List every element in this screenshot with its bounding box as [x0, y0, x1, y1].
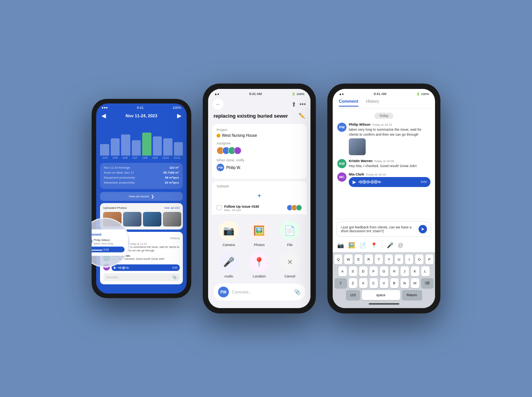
left-attachment-icon[interactable]: 📎 [172, 275, 177, 279]
key-j[interactable]: J [401, 266, 409, 276]
mid-comment-placeholder[interactable]: Comment... [232, 290, 291, 294]
key-space[interactable]: space [362, 290, 400, 300]
mid-nav: ← ⬆ ••• [208, 97, 310, 111]
right-audio-message: ▶ [349, 177, 430, 187]
project-value: West Nursing House [217, 133, 302, 138]
key-n[interactable]: N [401, 278, 409, 288]
key-q[interactable]: Q [334, 254, 342, 264]
back-button[interactable]: ← [213, 99, 223, 110]
subtask-checkbox-1[interactable] [217, 205, 222, 210]
key-w[interactable]: W [344, 254, 352, 264]
action-location[interactable]: 📍 Location [249, 252, 269, 278]
add-subtask-button[interactable]: + [257, 192, 261, 200]
key-l[interactable]: L [421, 266, 430, 276]
right-audio-duration: 3:03 [420, 180, 427, 184]
bar-chart [96, 121, 187, 156]
key-z[interactable]: Z [349, 278, 357, 288]
nav-right-btn[interactable]: ▶ [177, 113, 181, 119]
key-123[interactable]: 123 [346, 290, 360, 300]
key-b[interactable]: B [390, 278, 399, 288]
input-image-icon[interactable]: 🖼️ [348, 242, 355, 248]
key-a[interactable]: A [338, 266, 347, 276]
key-v[interactable]: V [380, 278, 388, 288]
input-file-icon[interactable]: 📄 [360, 242, 366, 248]
file-icon: 📄 [284, 225, 296, 236]
key-c[interactable]: C [369, 278, 378, 288]
key-r[interactable]: R [365, 254, 373, 264]
key-e[interactable]: E [355, 254, 363, 264]
action-camera[interactable]: 📷 Camera [219, 221, 239, 247]
notify-field: When done, notify PW Philip W. [217, 158, 302, 171]
key-k[interactable]: K [411, 266, 419, 276]
action-sheet: 📷 Camera 🖼️ Photos 📄 Fil [208, 215, 310, 308]
share-icon[interactable]: ⬆ [291, 101, 296, 108]
left-phone: ●●● 9:41 100% ◀ Nov 11-24, 2023 ▶ 11/411… [92, 99, 191, 298]
assignee-avatars [217, 147, 302, 154]
project-field: Project West Nursing House [217, 128, 302, 138]
input-location-icon[interactable]: 📍 [371, 242, 377, 248]
key-x[interactable]: X [359, 278, 368, 288]
key-d[interactable]: D [359, 266, 368, 276]
audio-play-icon[interactable]: ▶ [114, 266, 116, 269]
key-backspace[interactable]: ⌫ [421, 278, 433, 288]
mid-battery: 🔋 100% [292, 92, 304, 96]
key-y[interactable]: Y [385, 254, 393, 264]
key-t[interactable]: T [375, 254, 383, 264]
mid-attachment-icon[interactable]: 📎 [294, 289, 300, 295]
file-icon-circle: 📄 [280, 221, 300, 241]
home-indicator [369, 303, 399, 305]
message-row-2: KW Kristin Warren Today at 16:08 Hey Mia… [337, 159, 430, 169]
photo-thumb-4[interactable] [163, 212, 181, 226]
input-camera-icon[interactable]: 📷 [337, 242, 344, 248]
chart-bar-7 [174, 142, 183, 156]
msg-avatar-kw: KW [337, 159, 346, 168]
stat-label-3: Manpower productivity [104, 181, 135, 184]
mid-action-icons: ⬆ ••• [291, 101, 306, 108]
msg-avatar-mc: MC [337, 172, 346, 182]
left-comment-placeholder: Comment... [106, 276, 120, 279]
left-history-link[interactable]: History [170, 236, 180, 240]
nav-left-btn[interactable]: ◀ [102, 113, 106, 119]
key-o[interactable]: O [415, 254, 423, 264]
subtask-av-1c [296, 205, 302, 211]
key-h[interactable]: H [390, 266, 399, 276]
assignee-av-4 [234, 147, 241, 154]
date-range-title: Nov 11-24, 2023 [126, 113, 158, 118]
action-file[interactable]: 📄 File [280, 221, 300, 247]
edit-icon[interactable]: ✏️ [299, 113, 305, 119]
notify-avatar: PW [217, 164, 224, 171]
more-icon[interactable]: ••• [299, 101, 306, 108]
stat-value-0: 122 m³ [169, 166, 179, 169]
left-audio-message: ▶ [112, 264, 180, 271]
location-label: Location [253, 274, 266, 278]
mid-comment-input-row: PW Comment... 📎 [213, 284, 305, 300]
right-battery: 🔋 100% [416, 92, 429, 96]
view-all-button[interactable]: View all record ❯ [100, 192, 183, 201]
project-dot [217, 134, 220, 138]
subtask-add-row: + [217, 190, 302, 202]
key-shift[interactable]: ⇧ [335, 278, 347, 288]
input-mention-icon[interactable]: @ [398, 242, 403, 248]
action-photos[interactable]: 🖼️ Photos [249, 221, 269, 247]
key-f[interactable]: F [369, 266, 378, 276]
key-u[interactable]: U [395, 254, 403, 264]
input-mic-icon[interactable]: 🎤 [387, 242, 393, 248]
key-return[interactable]: Return [402, 290, 422, 300]
right-audio-play-btn[interactable]: ▶ [353, 179, 356, 185]
notify-value-row: PW Philip W. [217, 164, 302, 171]
key-g[interactable]: G [380, 266, 388, 276]
photo-thumb-2[interactable] [123, 212, 141, 226]
key-p[interactable]: P [425, 254, 433, 264]
key-i[interactable]: I [405, 254, 413, 264]
see-all-link[interactable]: See all 222 [164, 206, 180, 210]
photo-thumb-3[interactable] [143, 212, 161, 226]
tab-comment[interactable]: Comment [339, 99, 358, 107]
tab-history[interactable]: History [366, 99, 379, 107]
left-comment-input[interactable]: Comment... 📎 [103, 273, 180, 281]
key-s[interactable]: S [349, 266, 357, 276]
action-audio[interactable]: 🎤 Audio [219, 252, 239, 278]
key-m[interactable]: M [411, 278, 419, 288]
action-cancel[interactable]: ✕ Cancel [280, 252, 300, 278]
send-button[interactable] [419, 225, 427, 233]
right-input-field[interactable]: I just got feedback from clients, can we… [337, 221, 431, 237]
